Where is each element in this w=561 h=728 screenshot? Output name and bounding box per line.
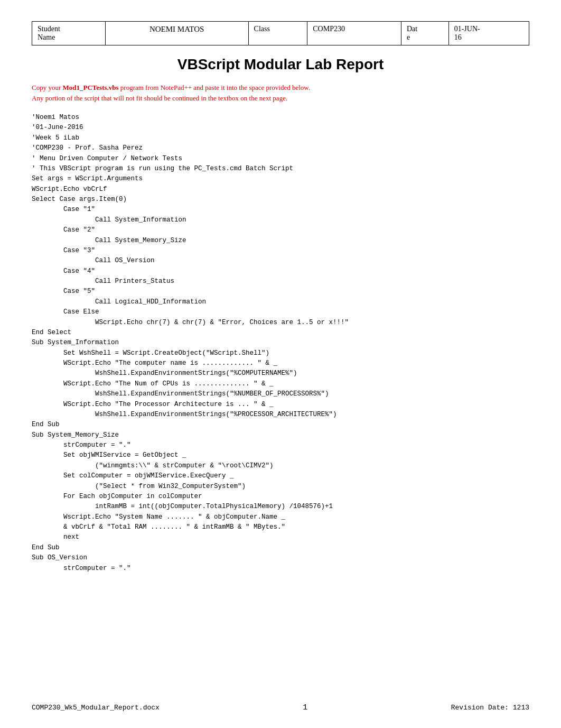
class-value-cell: COMP230 [307,22,401,45]
page: StudentName NOEMI MATOS Class COMP230 Da… [0,0,561,728]
instruction-line2: Any portion of the script that will not … [32,94,287,102]
class-label: Class [254,25,270,33]
footer: COMP230_Wk5_Modular_Report.docx 1 Revisi… [32,703,529,712]
student-name: NOEMI MATOS [149,25,204,33]
code-block: 'Noemi Matos '01-June-2016 'Week 5 iLab … [32,113,529,574]
instruction-text: Copy your Mod1_PCTests.vbs program from … [32,82,529,103]
header-table: StudentName NOEMI MATOS Class COMP230 Da… [32,21,529,45]
date-label-cell: Date [401,22,449,45]
instruction-bold: Mod1_PCTests.vbs [63,84,119,91]
date-value-cell: 01-JUN-16 [448,22,529,45]
date-label: Date [407,25,417,41]
date-value: 01-JUN-16 [454,25,480,41]
footer-left: COMP230_Wk5_Modular_Report.docx [32,704,160,712]
footer-center: 1 [303,703,307,712]
footer-right: Revision Date: 1213 [451,704,529,712]
student-value-cell: NOEMI MATOS [105,22,248,45]
class-value: COMP230 [313,25,345,33]
report-title: VBScript Modular Lab Report [32,56,529,73]
student-label-cell: StudentName [32,22,106,45]
class-label-cell: Class [248,22,307,45]
instruction-line1-post: program from NotePad++ and paste it into… [119,84,311,91]
student-label: StudentName [38,25,60,41]
instruction-line1-pre: Copy your [32,84,63,91]
